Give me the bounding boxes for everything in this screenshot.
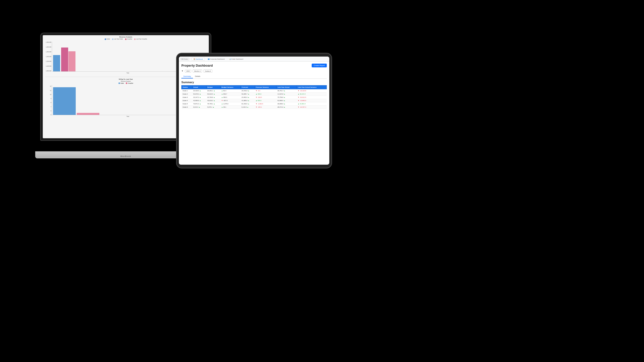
cell-ly-actual: 75,759.8 ▲ <box>276 96 297 99</box>
table-row: Outlet 3 23,147.3 ▲ 22,763.9 ▲ ▲ 383.3 2… <box>182 96 327 99</box>
cell-actual: 20,434.5 ▲ <box>192 89 206 93</box>
chart1-legend: Outlet Last Year Outlet CompSet Last Yea… <box>43 38 209 40</box>
cell-ly-var: ▲ 39,154.4 <box>297 93 327 96</box>
tablet-nav: BEVIndex 🏠 Dashboard 👥 Corporate Dashboa… <box>179 57 329 62</box>
cell-forecast-var: ▲ 820.0 <box>255 99 276 102</box>
cell-ly-var: ▼ -22,457.3 <box>297 106 327 109</box>
cell-actual: 79,871.0 ▲ <box>192 102 206 106</box>
cell-forecast: 50,285.7 ▲ <box>240 93 255 96</box>
cell-ly-actual: 35,751.4 ▲ <box>276 89 297 93</box>
page-title: Property Dashboard <box>181 64 213 67</box>
cell-actual: 6,014.3 ▲ <box>192 106 206 109</box>
outlet-icon: 📊 <box>229 58 231 60</box>
cell-budget: 50,022.5 ▲ <box>206 93 220 96</box>
nav-item-dashboard[interactable]: 🏠 Dashboard <box>192 57 205 61</box>
create-report-button[interactable]: Create Report <box>312 64 327 67</box>
corporate-icon: 👥 <box>208 58 210 60</box>
cell-budget-var: ▲ 383.3 <box>220 96 240 99</box>
cell-forecast: 6,119.3 ▲ <box>240 106 255 109</box>
table-row: Outlet 2 50,679.3 ▲ 50,022.5 ▲ ▲ 656.7 5… <box>182 93 327 96</box>
col-ly-var: Last-Year-Actual Variance <box>297 85 327 89</box>
cell-actual: 23,147.3 ▲ <box>192 96 206 99</box>
outlets-filter[interactable]: Outlets ▾ <box>204 69 213 73</box>
cell-forecast: 20,443.9 ▲ <box>240 89 255 93</box>
cell-ly-actual: 28,471.6 ▲ <box>276 106 297 109</box>
cell-ly-var: ▼ -15,316.8 <box>297 89 327 93</box>
col-forecast-var: Forecast Variance <box>255 85 276 89</box>
tablet-device: BEVIndex 🏠 Dashboard 👥 Corporate Dashboa… <box>176 53 332 168</box>
summary-table: Outlets Actual Budget Budget Variance Fo… <box>181 85 327 109</box>
cell-outlet: Outlet 6 <box>182 106 192 109</box>
tab-summary[interactable]: Summary <box>181 75 193 78</box>
table-row: Outlet 6 6,014.3 ▲ 5,975.1 ▲ ▲ 39.1 6,11… <box>182 106 327 109</box>
nav-logo[interactable]: BEVIndex <box>180 58 189 60</box>
chart1-y-axis: 1,350,000 1,300,000 1,250,000 1,200,000 … <box>43 41 51 72</box>
tab-details[interactable]: Details <box>193 75 202 78</box>
cell-ly-var: ▼ -10,883.9 <box>297 99 327 102</box>
cell-outlet: Outlet 2 <box>182 93 192 96</box>
cell-forecast: 81,433.5 ▲ <box>240 102 255 106</box>
cell-forecast-var: ▼ -316.0 <box>255 96 276 99</box>
table-row: Outlet 4 42,805.6 ▲ 43,633.2 ▲ ▼ -827.5 … <box>182 99 327 102</box>
section-title: Summary <box>181 81 327 84</box>
col-budget: Budget <box>206 85 220 89</box>
cell-ly-actual: 52,689.5 ▲ <box>276 99 297 102</box>
filter-row: ▼ 2022 Months ▾ Outlets ▾ <box>181 69 327 73</box>
tablet-header-row: Property Dashboard Create Report <box>181 64 327 67</box>
tablet-body: Property Dashboard Create Report ▼ 2022 … <box>179 62 329 111</box>
col-budget-var: Budget Variance <box>220 85 240 89</box>
chart1-title: Revenue Analysis <box>43 35 209 38</box>
dashboard-icon: 🏠 <box>193 58 195 60</box>
cell-budget: 20,351.1 ▲ <box>206 89 220 93</box>
chart2-y-axis: 12111098765 <box>43 85 51 116</box>
cell-forecast: 23,463.3 ▲ <box>240 96 255 99</box>
tablet-screen: BEVIndex 🏠 Dashboard 👥 Corporate Dashboa… <box>179 57 329 165</box>
cell-outlet: Outlet 5 <box>182 102 192 106</box>
col-ly-actual: Last-Year-Actual <box>276 85 297 89</box>
cell-budget: 78,795.1 ▲ <box>206 102 220 106</box>
cell-outlet: Outlet 1 <box>182 89 192 93</box>
cell-budget: 43,633.2 ▲ <box>206 99 220 102</box>
macbook-brand-label: MacBook <box>120 155 131 157</box>
cell-budget: 5,975.1 ▲ <box>206 106 220 109</box>
cell-forecast-var: ▼ -105.1 <box>255 106 276 109</box>
col-actual: Actual <box>192 85 206 89</box>
table-row: Outlet 5 79,871.0 ▲ 78,795.1 ▲ ▲ 1,075.9… <box>182 102 327 106</box>
cell-ly-var: ▼ -52,612.6 <box>297 96 327 99</box>
table-row: Outlet 1 20,434.5 ▲ 20,351.1 ▲ ▲ 83.4 20… <box>182 89 327 93</box>
cell-budget: 22,763.9 ▲ <box>206 96 220 99</box>
cell-budget-var: ▲ 39.1 <box>220 106 240 109</box>
cell-ly-var: ▲ 42,902.4 <box>297 102 327 106</box>
cell-budget-var: ▲ 1,075.9 <box>220 102 240 106</box>
tablet-outer: BEVIndex 🏠 Dashboard 👥 Corporate Dashboa… <box>176 53 332 168</box>
cell-actual: 42,805.6 ▲ <box>192 99 206 102</box>
cell-outlet: Outlet 4 <box>182 99 192 102</box>
cell-budget-var: ▲ 656.7 <box>220 93 240 96</box>
months-filter[interactable]: Months ▾ <box>193 69 202 73</box>
cell-forecast: 41,985.6 ▲ <box>240 99 255 102</box>
tabs-row: Summary Details <box>181 75 327 79</box>
col-outlets: Outlets <box>182 85 192 89</box>
year-filter[interactable]: 2022 <box>185 70 191 73</box>
cell-ly-actual: 36,968.6 ▲ <box>276 102 297 106</box>
cell-budget-var: ▲ 83.4 <box>220 89 240 93</box>
filter-icon: ▼ <box>181 70 183 72</box>
cell-forecast-var: ▼ -9.3 <box>255 89 276 93</box>
nav-item-corporate[interactable]: 👥 Corporate Dashboard <box>206 58 226 60</box>
col-forecast: Forecast <box>240 85 255 89</box>
cell-actual: 50,679.3 ▲ <box>192 93 206 96</box>
cell-forecast-var: ▲ 393.6 <box>255 93 276 96</box>
cell-ly-actual: 11,524.8 ▲ <box>276 93 297 96</box>
cell-budget-var: ▼ -827.5 <box>220 99 240 102</box>
cell-outlet: Outlet 3 <box>182 96 192 99</box>
cell-forecast-var: ▼ -1,562.5 <box>255 102 276 106</box>
nav-item-outlet[interactable]: 📊 Outlet Dashboard <box>228 58 245 60</box>
